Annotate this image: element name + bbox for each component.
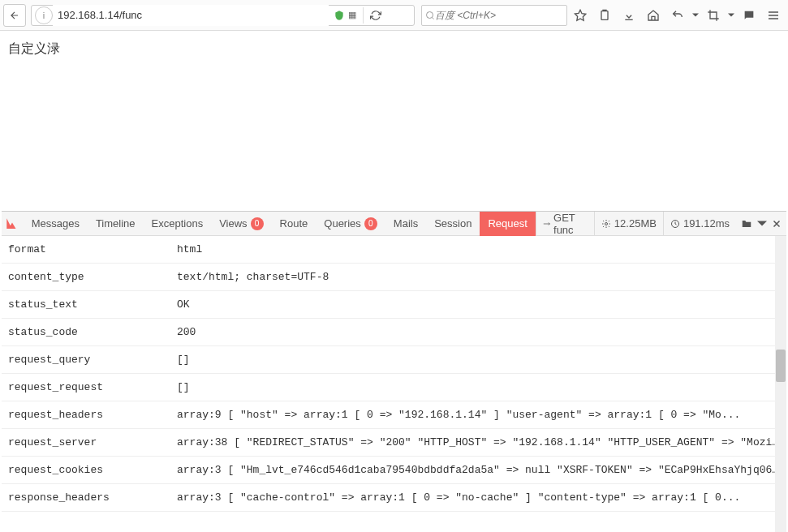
tab-session[interactable]: Session (426, 212, 480, 236)
folder-icon[interactable] (741, 218, 752, 230)
svg-point-2 (605, 222, 607, 225)
undo-icon[interactable] (666, 4, 689, 27)
debug-key: request_request (8, 381, 177, 393)
crop-icon[interactable] (702, 4, 725, 27)
debug-row: formathtml (2, 236, 786, 264)
debug-val: [] (177, 354, 780, 366)
url-input[interactable] (53, 5, 329, 26)
debug-key: status_code (8, 326, 177, 338)
share-icon (543, 219, 550, 229)
debug-key: content_type (8, 271, 177, 283)
svg-rect-1 (601, 11, 608, 19)
clipboard-icon[interactable] (593, 4, 616, 27)
views-badge: 0 (251, 217, 264, 230)
stat-route[interactable]: GET func (536, 212, 594, 236)
debug-key: format (8, 243, 177, 255)
download-icon[interactable] (618, 4, 640, 27)
debug-tabs: Messages Timeline Exceptions Views0 Rout… (2, 212, 786, 236)
debug-row: request_serverarray:38 [ "REDIRECT_STATU… (2, 429, 786, 457)
svg-point-0 (427, 11, 433, 18)
debug-key: request_query (8, 354, 177, 366)
debug-val: array:3 [ "Hm_lvt_e746cd546d1caba79540bd… (177, 464, 780, 476)
dropdown-icon-2[interactable] (726, 4, 736, 27)
debug-val: html (177, 243, 780, 255)
debug-key: response_headers (8, 491, 177, 504)
page-content: 自定义渌 (0, 31, 788, 67)
debug-val: array:9 [ "host" => array:1 [ 0 => "192.… (177, 409, 780, 421)
minimize-icon[interactable] (757, 219, 767, 229)
home-icon[interactable] (642, 4, 665, 27)
tab-queries[interactable]: Queries0 (316, 212, 385, 236)
qr-icon[interactable]: ▦ (348, 10, 356, 20)
debug-row: response_headersarray:3 [ "cache-control… (2, 484, 786, 512)
scrollbar[interactable] (775, 236, 786, 532)
page-title: 自定义渌 (8, 41, 780, 58)
search-icon (425, 11, 435, 20)
tab-route[interactable]: Route (272, 212, 316, 236)
browser-toolbar: i ▦ (0, 0, 788, 31)
url-bar-container: i ▦ (31, 5, 415, 26)
debug-key: status_text (8, 298, 177, 311)
back-button[interactable] (3, 4, 26, 27)
chat-icon[interactable] (738, 4, 760, 27)
shield-icon[interactable] (334, 10, 345, 21)
tab-exceptions[interactable]: Exceptions (144, 212, 212, 236)
tab-views[interactable]: Views0 (211, 212, 271, 236)
debug-row: request_headersarray:9 [ "host" => array… (2, 401, 786, 429)
debug-key: request_cookies (8, 464, 177, 476)
debug-key: request_headers (8, 409, 177, 421)
close-icon[interactable] (772, 219, 782, 229)
debug-val: 200 (177, 326, 780, 338)
clock-icon (670, 219, 680, 229)
laravel-logo-icon[interactable] (2, 212, 24, 235)
tab-timeline[interactable]: Timeline (88, 212, 144, 236)
dropdown-icon[interactable] (691, 4, 700, 27)
arrow-left-icon (9, 10, 20, 21)
debug-row: request_cookiesarray:3 [ "Hm_lvt_e746cd5… (2, 457, 786, 484)
menu-icon[interactable] (762, 4, 785, 27)
debug-row: request_query[] (2, 346, 786, 374)
debug-row: content_typetext/html; charset=UTF-8 (2, 264, 786, 291)
debug-row: status_textOK (2, 291, 786, 319)
search-box[interactable] (421, 5, 567, 26)
tab-messages[interactable]: Messages (24, 212, 88, 236)
bookmark-star-icon[interactable] (569, 4, 592, 27)
debug-val: [] (177, 381, 780, 393)
debug-panel: Messages Timeline Exceptions Views0 Rout… (2, 211, 786, 532)
stat-memory[interactable]: 12.25MB (594, 212, 663, 236)
debug-key: request_server (8, 436, 177, 448)
debug-val: array:3 [ "cache-control" => array:1 [ 0… (177, 491, 780, 504)
scrollbar-thumb[interactable] (776, 350, 786, 382)
stat-time[interactable]: 191.12ms (663, 212, 736, 236)
debug-content: formathtmlcontent_typetext/html; charset… (2, 236, 786, 532)
debug-row: request_request[] (2, 374, 786, 401)
reload-icon[interactable] (370, 10, 381, 21)
debug-val: text/html; charset=UTF-8 (177, 271, 780, 283)
debug-val: array:38 [ "REDIRECT_STATUS" => "200" "H… (177, 436, 780, 448)
debug-row: status_code200 (2, 319, 786, 346)
debug-val: OK (177, 298, 780, 311)
tab-request[interactable]: Request (480, 212, 535, 236)
queries-badge: 0 (364, 217, 377, 230)
tab-mails[interactable]: Mails (385, 212, 426, 236)
search-input[interactable] (435, 10, 563, 21)
cog-icon (601, 219, 611, 229)
info-icon[interactable]: i (35, 6, 53, 24)
